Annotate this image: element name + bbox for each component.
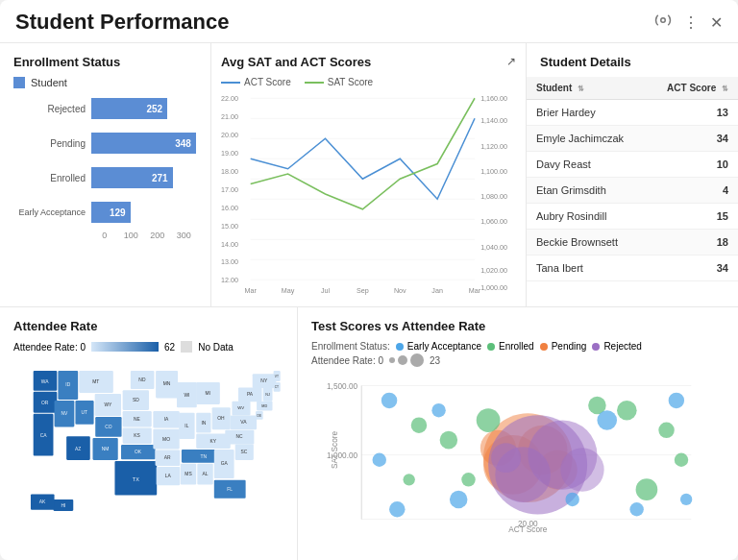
ts-enrollment-legend: Enrollment Status: Early Acceptance Enro… [311, 341, 725, 352]
student-name: Tana Ibert [527, 256, 647, 281]
bar-row-early: Early Acceptance 129 [13, 202, 197, 223]
svg-text:Nov: Nov [394, 286, 406, 295]
svg-text:IN: IN [201, 421, 206, 426]
svg-point-102 [491, 443, 521, 473]
attendee-legend: Attendee Rate: 0 62 No Data [13, 341, 283, 353]
scatter-area: SAT Score 1,500.00 1,000.00 ACT Score 20… [311, 371, 725, 534]
svg-text:LA: LA [164, 474, 171, 478]
ts-attendee-max: 23 [430, 355, 440, 366]
svg-text:MO: MO [162, 437, 170, 442]
svg-point-108 [411, 417, 427, 432]
more-icon[interactable]: ⋮ [683, 13, 699, 32]
bar-outer-pending: 348 [91, 133, 197, 154]
svg-text:MN: MN [162, 381, 170, 386]
svg-text:GA: GA [220, 461, 228, 466]
svg-text:NV: NV [61, 411, 68, 416]
svg-text:13.00: 13.00 [221, 257, 238, 266]
filter-icon[interactable] [654, 12, 672, 33]
us-map-container: WA OR CA ID NV [14, 360, 283, 528]
header-actions: ⋮ ✕ [654, 12, 723, 33]
ts-label-enrolled: Enrolled [499, 341, 534, 352]
bar-label-pending: Pending [13, 138, 86, 149]
bar-label-enrolled: Enrolled [13, 173, 86, 183]
svg-point-114 [431, 403, 445, 417]
student-table-row: Tana Ibert 34 [527, 256, 738, 281]
svg-point-106 [440, 431, 458, 450]
ts-dot-rejected [592, 343, 600, 351]
no-data-box [181, 341, 192, 353]
x-label-0: 0 [91, 231, 118, 240]
svg-text:1,500.00: 1,500.00 [327, 382, 357, 391]
svg-text:OH: OH [217, 416, 225, 421]
svg-point-120 [680, 494, 692, 505]
ts-legend-early: Early Acceptance [396, 341, 481, 352]
svg-text:OK: OK [134, 450, 141, 454]
student-act-score: 18 [647, 230, 738, 256]
svg-point-104 [617, 401, 637, 421]
enrollment-panel: Enrollment Status Student Rejected 252 [0, 43, 211, 306]
bar-row-rejected: Rejected 252 [13, 98, 197, 119]
svg-text:Jan: Jan [431, 286, 443, 295]
svg-text:MD: MD [261, 404, 267, 408]
svg-text:DE: DE [257, 414, 261, 418]
svg-point-115 [597, 410, 617, 430]
no-data-label: No Data [198, 342, 234, 353]
svg-text:OR: OR [41, 401, 49, 405]
bar-row-pending: Pending 348 [13, 133, 197, 154]
student-table-row: Davy Reast 10 [527, 152, 738, 178]
student-table: Student ⇅ ACT Score ⇅ Brier Hardey 13 [527, 77, 738, 281]
ts-size-legend [389, 353, 424, 367]
student-name: Etan Grimsdith [527, 178, 647, 204]
svg-text:FL: FL [227, 487, 233, 492]
sat-title: Avg SAT and ACT Scores [221, 55, 373, 69]
svg-text:HI: HI [61, 503, 65, 508]
svg-text:AK: AK [38, 499, 45, 504]
student-table-row: Aubry Rosindill 15 [527, 204, 738, 230]
svg-text:IA: IA [163, 417, 168, 422]
svg-text:1,040.00: 1,040.00 [480, 243, 507, 252]
sat-legend: ACT Score SAT Score [221, 77, 373, 87]
dashboard: Student Performance ⋮ ✕ Enrollment Statu… [0, 0, 738, 560]
expand-icon[interactable]: ↗ [506, 55, 516, 68]
svg-text:17.00: 17.00 [221, 185, 238, 194]
bar-fill-early: 129 [91, 202, 131, 223]
main-content: Enrollment Status Student Rejected 252 [0, 43, 738, 560]
student-act-score: 13 [647, 100, 738, 126]
svg-text:NY: NY [260, 378, 268, 383]
ts-attendee-legend: Attendee Rate: 0 23 [311, 353, 725, 367]
test-scores-panel: Test Scores vs Attendee Rate Enrollment … [298, 307, 738, 560]
attendee-max: 62 [164, 342, 175, 353]
svg-point-118 [450, 491, 468, 509]
student-name: Davy Reast [527, 152, 647, 178]
col-act[interactable]: ACT Score ⇅ [647, 77, 738, 100]
bar-value-enrolled: 271 [152, 173, 168, 183]
svg-text:Jul: Jul [321, 286, 331, 295]
enrollment-title: Enrollment Status [13, 55, 197, 69]
student-name: Brier Hardey [527, 100, 647, 126]
ts-dot-early [396, 343, 404, 351]
svg-text:14.00: 14.00 [221, 240, 238, 249]
bar-value-pending: 348 [175, 138, 191, 149]
legend-sat: SAT Score [305, 77, 373, 87]
svg-text:18.00: 18.00 [221, 167, 238, 176]
svg-text:MS: MS [184, 472, 192, 476]
sat-legend-label: SAT Score [328, 77, 373, 87]
svg-point-103 [477, 408, 501, 432]
ts-label-early: Early Acceptance [407, 341, 481, 352]
ts-legend-rejected: Rejected [592, 341, 641, 352]
svg-text:1,080.00: 1,080.00 [480, 192, 507, 201]
svg-text:12.00: 12.00 [221, 276, 238, 284]
svg-text:WA: WA [40, 379, 48, 384]
svg-text:VT: VT [274, 375, 278, 378]
col-student[interactable]: Student ⇅ [527, 77, 647, 100]
svg-text:IL: IL [184, 424, 188, 428]
svg-text:MT: MT [92, 379, 99, 384]
svg-text:NE: NE [134, 417, 141, 422]
close-icon[interactable]: ✕ [710, 13, 723, 32]
svg-text:16.00: 16.00 [221, 204, 238, 212]
student-table-row: Etan Grimsdith 4 [527, 178, 738, 204]
svg-text:ID: ID [65, 382, 70, 387]
sat-header: Avg SAT and ACT Scores ACT Score SAT Sco… [221, 55, 516, 93]
svg-text:SAT Score: SAT Score [331, 430, 339, 468]
attendee-title: Attendee Rate [13, 319, 283, 333]
